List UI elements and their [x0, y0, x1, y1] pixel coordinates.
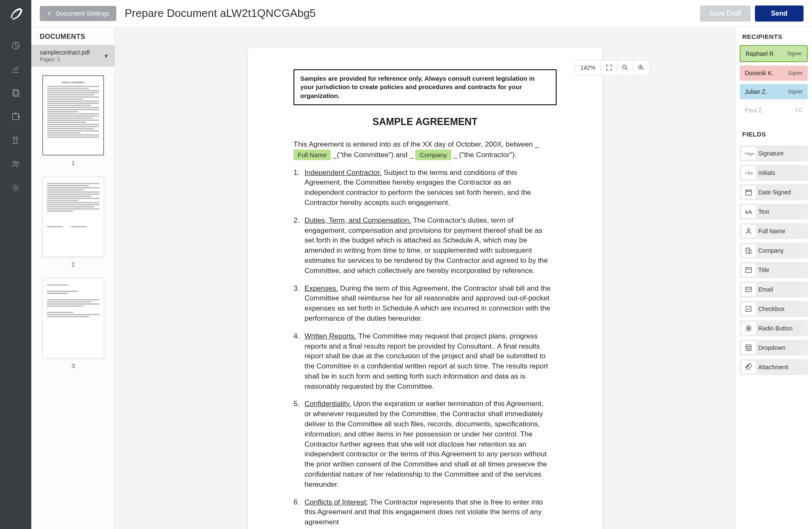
recipient-name: Paul Z.	[745, 107, 763, 114]
nav-pie-icon[interactable]	[10, 40, 22, 52]
nav-puzzle-icon[interactable]	[10, 111, 22, 123]
recipient-role: Signer	[787, 51, 802, 57]
save-draft-button[interactable]: Save Draft	[700, 5, 751, 22]
nav-documents-icon[interactable]	[10, 87, 22, 99]
nav-gear-icon[interactable]	[10, 182, 22, 194]
back-button-label: Document Settings	[56, 10, 110, 17]
back-button[interactable]: Document Settings	[40, 6, 116, 21]
app-logo[interactable]	[0, 0, 31, 27]
placed-field-fullname[interactable]: Full Name	[294, 150, 331, 160]
clause-item: Conflicts of Interest; The Contractor re…	[294, 497, 551, 527]
recipient-item[interactable]: Raphael R.Signer	[740, 45, 808, 62]
zoom-out-button[interactable]	[617, 60, 633, 75]
svg-point-12	[747, 229, 750, 231]
svg-point-6	[14, 161, 16, 164]
dropdown-icon	[741, 341, 756, 354]
field-user[interactable]: Full Name	[740, 223, 808, 239]
fields-heading: FIELDS	[735, 125, 812, 143]
recipient-role: Signer	[788, 70, 803, 76]
recipient-role: CC	[796, 107, 803, 113]
field-date[interactable]: Date Signed	[740, 184, 808, 200]
init-icon: ×Int	[741, 166, 756, 179]
svg-point-7	[16, 162, 19, 164]
doc-body: This Agreement is entered into as of the…	[248, 139, 602, 527]
page-title: Prepare Document aLW2t1QNCGAbg5	[125, 7, 316, 20]
clause-item: Duties, Term, and Compensation. The Cont…	[294, 215, 551, 276]
svg-point-8	[14, 186, 17, 189]
page-thumb-1[interactable]: SAMPLE AGREEMENT 1	[42, 75, 104, 166]
fit-screen-button[interactable]	[601, 60, 617, 75]
nav-chart-icon[interactable]	[10, 63, 22, 75]
field-sign[interactable]: ×SignSignature	[740, 145, 808, 161]
clause-body: The Contractor's duties, term of engagem…	[304, 216, 548, 275]
field-label: Attachment	[758, 364, 788, 371]
intro-paragraph: This Agreement is entered into as of the…	[294, 139, 551, 160]
svg-rect-16	[746, 287, 752, 292]
text-icon: AA	[741, 205, 756, 218]
field-label: Full Name	[758, 228, 785, 235]
nav-rail	[0, 0, 31, 529]
field-label: Signature	[758, 150, 784, 157]
svg-rect-14	[749, 250, 752, 254]
document-item[interactable]: samplecontract.pdf Pages: 3 ▾	[31, 45, 115, 67]
thumb-number: 2	[71, 261, 75, 268]
sign-icon: ×Sign	[741, 147, 756, 160]
field-check[interactable]: Checkbox	[740, 301, 808, 317]
field-company[interactable]: Company	[740, 243, 808, 259]
canvas-area[interactable]: 142% Samples are provided for reference …	[115, 27, 735, 529]
recipient-name: Julian Z.	[745, 88, 767, 95]
field-radio[interactable]: Radio Button	[740, 320, 808, 336]
radio-icon	[741, 322, 756, 335]
clause-body: Upon the expiration or earlier terminati…	[304, 400, 547, 488]
attach-icon	[741, 361, 756, 374]
field-label: Title	[758, 267, 769, 273]
document-pages: Pages: 3	[40, 57, 106, 63]
field-label: Text	[758, 208, 769, 215]
send-button[interactable]: Send	[755, 5, 804, 22]
field-text[interactable]: AAText	[740, 204, 808, 220]
field-label: Date Signed	[758, 189, 791, 196]
field-label: Radio Button	[758, 325, 793, 332]
chevron-down-icon: ▾	[104, 52, 108, 60]
field-attach[interactable]: Attachment	[740, 359, 808, 375]
page-thumb-3[interactable]: 3	[42, 278, 104, 369]
zoom-percent[interactable]: 142%	[575, 60, 601, 75]
recipient-item[interactable]: Dominik K.Signer	[740, 65, 808, 81]
field-label: Company	[758, 247, 784, 254]
field-title[interactable]: Title	[740, 262, 808, 278]
clause-item: Written Reports. The Committee may reque…	[294, 331, 551, 392]
recipient-role: Signer	[788, 89, 803, 95]
svg-point-19	[748, 327, 750, 330]
svg-rect-15	[746, 267, 752, 273]
clause-heading: Independent Contractor.	[304, 169, 381, 177]
recipient-item[interactable]: Julian Z.Signer	[740, 84, 808, 99]
nav-dress-icon[interactable]	[10, 134, 22, 146]
clause-heading: Written Reports.	[304, 332, 357, 340]
doc-title: SAMPLE AGREEMENT	[248, 116, 602, 128]
date-icon	[741, 186, 756, 199]
documents-panel: DOCUMENTS samplecontract.pdf Pages: 3 ▾ …	[31, 27, 115, 529]
company-icon	[741, 244, 756, 257]
field-label: Email	[758, 286, 773, 293]
clause-body: The Committee may request that project p…	[304, 332, 548, 390]
zoom-in-button[interactable]	[633, 60, 649, 75]
clause-heading: Expenses.	[304, 284, 338, 292]
clause-heading: Conflicts of Interest;	[304, 498, 368, 506]
field-init[interactable]: ×IntInitials	[740, 165, 808, 181]
field-label: Checkbox	[758, 305, 785, 312]
page-thumb-2[interactable]: 2	[42, 177, 104, 268]
svg-rect-11	[746, 190, 752, 195]
thumb-number: 3	[71, 363, 75, 369]
field-dropdown[interactable]: Dropdown	[740, 340, 808, 356]
disclaimer-box: Samples are provided for reference only.…	[294, 69, 557, 105]
placed-field-company[interactable]: Company	[415, 150, 451, 160]
clause-heading: Duties, Term, and Compensation.	[304, 216, 411, 224]
field-email[interactable]: Email	[740, 281, 808, 297]
document-page[interactable]: Samples are provided for reference only.…	[248, 48, 602, 529]
zoom-toolbar: 142%	[575, 60, 650, 75]
fields-list: ×SignSignature×IntInitialsDate SignedAAT…	[735, 143, 812, 378]
right-panel: RECIPIENTS Raphael R.SignerDominik K.Sig…	[735, 27, 812, 529]
clause-item: Confidentiality. Upon the expiration or …	[294, 399, 551, 489]
nav-users-icon[interactable]	[10, 158, 22, 170]
recipient-item[interactable]: Paul Z.CC	[740, 103, 808, 118]
